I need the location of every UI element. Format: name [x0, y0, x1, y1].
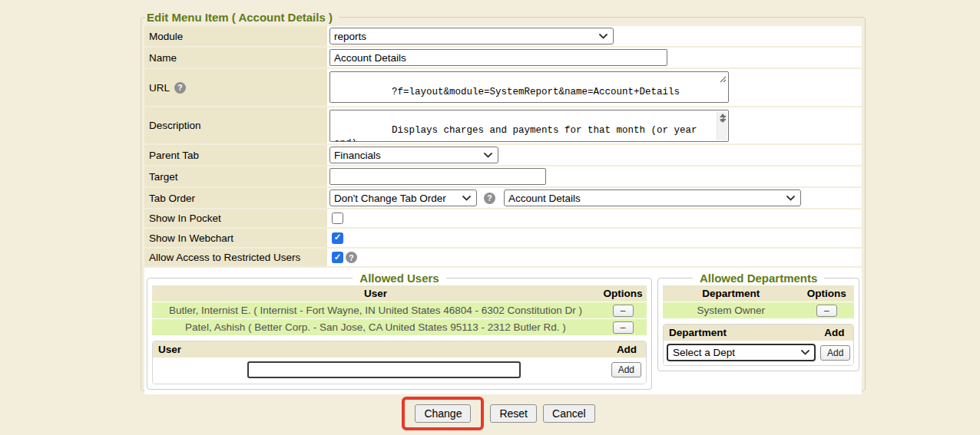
chevron-down-icon — [599, 34, 608, 39]
add-department-box: Department Add Select a Dept Add — [663, 324, 854, 366]
tab-order-position-select[interactable]: Account Details — [504, 189, 801, 206]
annotation-highlight-box: Change — [402, 397, 484, 430]
allowed-departments-title: Allowed Departments — [693, 272, 824, 285]
allow-restricted-checkbox[interactable]: ✓ — [332, 252, 343, 263]
tab-order-help-icon[interactable]: ? — [484, 193, 495, 204]
url-label: URL — [149, 82, 170, 94]
department-column-header: Department — [663, 288, 799, 299]
target-label: Target — [144, 166, 327, 186]
department-select-value: Select a Dept — [673, 347, 735, 358]
chevron-down-icon — [484, 153, 492, 158]
reset-button[interactable]: Reset — [490, 404, 537, 423]
page-title: Edit Menu Item ( Account Details ) — [145, 11, 339, 24]
show-in-pocket-row: Show In Pocket ✓ — [144, 209, 862, 227]
description-textarea-value: Displays charges and payments for that m… — [334, 125, 703, 142]
allowed-departments-fieldset: Allowed Departments Department Options S… — [657, 272, 859, 371]
add-department-column-header: Department — [669, 327, 820, 338]
page: Edit Menu Item ( Account Details ) Modul… — [0, 0, 980, 435]
name-row: Name Account Details — [144, 48, 862, 68]
user-name: Butler, Internist E. ( Internist - Fort … — [152, 305, 599, 316]
add-user-button[interactable]: Add — [611, 362, 641, 377]
parent-tab-label: Parent Tab — [144, 145, 327, 165]
tab-order-position-value: Account Details — [508, 193, 581, 204]
remove-user-button[interactable]: – — [613, 321, 634, 334]
allowed-departments-header: Department Options — [663, 285, 854, 302]
url-textarea[interactable]: ?f=layout&module=SystemReport&name=Accou… — [329, 71, 729, 103]
table-row: Patel, Ashish ( Better Corp. - San Jose,… — [152, 319, 647, 335]
show-in-pocket-label: Show In Pocket — [144, 209, 327, 227]
parent-tab-row: Parent Tab Financials — [144, 145, 862, 165]
show-in-webchart-label: Show In Webchart — [144, 229, 327, 247]
description-label: Description — [144, 107, 327, 143]
parent-tab-select[interactable]: Financials — [329, 147, 498, 163]
allowed-users-fieldset: Allowed Users User Options Butler, Inter… — [147, 272, 652, 390]
allowed-users-header: User Options — [152, 285, 647, 302]
chevron-down-icon — [786, 196, 795, 201]
add-user-box: User Add Add — [152, 341, 647, 384]
user-name: Patel, Ashish ( Better Corp. - San Jose,… — [152, 321, 599, 333]
allow-restricted-row: Allow Access to Restricted Users ✓ ? — [144, 249, 862, 266]
target-row: Target — [144, 166, 862, 186]
allow-restricted-help-icon[interactable]: ? — [346, 252, 357, 263]
allow-restricted-label: Allow Access to Restricted Users — [144, 249, 327, 266]
module-row: Module reports — [144, 26, 862, 46]
resize-grip-icon[interactable] — [651, 71, 727, 101]
table-row: Butler, Internist E. ( Internist - Fort … — [152, 302, 647, 318]
cancel-button[interactable]: Cancel — [543, 404, 595, 423]
tab-order-label: Tab Order — [144, 188, 327, 208]
tab-order-row: Tab Order Don't Change Tab Order ? Accou… — [144, 188, 862, 208]
add-user-input[interactable] — [247, 361, 521, 378]
module-select[interactable]: reports — [329, 28, 614, 44]
add-column-header: Add — [820, 327, 848, 338]
table-row: System Owner – — [663, 302, 854, 318]
show-in-webchart-row: Show In Webchart ✓ — [144, 229, 862, 247]
module-label: Module — [144, 26, 327, 46]
check-icon: ✓ — [334, 253, 342, 262]
show-in-webchart-checkbox[interactable]: ✓ — [332, 232, 343, 244]
add-column-header: Add — [613, 344, 641, 355]
tab-order-select[interactable]: Don't Change Tab Order — [329, 189, 477, 206]
chevron-down-icon — [462, 196, 471, 201]
department-name: System Owner — [663, 305, 799, 316]
change-button[interactable]: Change — [415, 404, 471, 423]
remove-department-button[interactable]: – — [816, 305, 837, 317]
show-in-pocket-checkbox[interactable]: ✓ — [332, 213, 343, 224]
allowed-users-title: Allowed Users — [353, 272, 445, 285]
url-help-icon[interactable]: ? — [174, 82, 186, 94]
parent-tab-select-value: Financials — [334, 150, 381, 161]
chevron-down-icon — [801, 350, 809, 355]
url-row: URL ? ?f=layout&module=SystemReport&name… — [144, 69, 862, 106]
options-column-header: Options — [799, 288, 854, 299]
user-column-header: User — [152, 288, 599, 299]
description-textarea[interactable]: Displays charges and payments for that m… — [329, 110, 729, 142]
permissions-section: Allowed Users User Options Butler, Inter… — [144, 268, 862, 394]
add-department-button[interactable]: Add — [820, 345, 850, 361]
description-row: Description Displays charges and payment… — [144, 107, 862, 143]
check-icon: ✓ — [334, 233, 342, 242]
name-label: Name — [144, 48, 327, 68]
name-input[interactable]: Account Details — [329, 49, 667, 66]
target-input[interactable] — [329, 168, 546, 185]
resize-grip-icon[interactable] — [651, 110, 727, 140]
module-select-value: reports — [334, 31, 366, 42]
action-buttons: Change Reset Cancel — [0, 397, 980, 430]
department-select[interactable]: Select a Dept — [667, 344, 816, 361]
url-textarea-value: ?f=layout&module=SystemReport&name=Accou… — [392, 87, 680, 97]
remove-user-button[interactable]: – — [613, 305, 634, 317]
add-user-column-header: User — [158, 344, 613, 355]
options-column-header: Options — [599, 288, 647, 299]
edit-menu-item-fieldset: Edit Menu Item ( Account Details ) Modul… — [141, 11, 866, 391]
tab-order-select-value: Don't Change Tab Order — [334, 193, 446, 204]
